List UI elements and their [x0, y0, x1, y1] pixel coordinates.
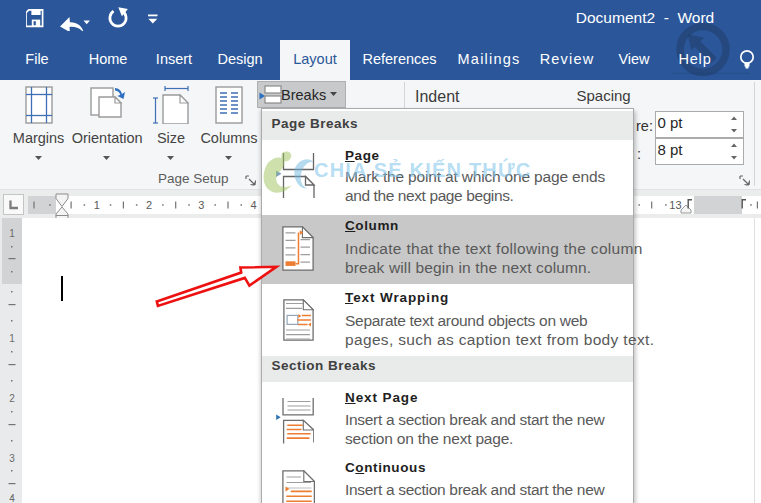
svg-text:3: 3 [9, 453, 15, 464]
svg-text:1: 1 [9, 228, 15, 239]
svg-text:1: 1 [9, 333, 15, 344]
svg-text:2: 2 [9, 393, 15, 404]
svg-text:1: 1 [94, 199, 100, 211]
svg-text:2: 2 [146, 199, 152, 211]
svg-text:4: 4 [251, 199, 257, 211]
svg-text:3: 3 [198, 199, 204, 211]
svg-text:4: 4 [9, 493, 15, 503]
